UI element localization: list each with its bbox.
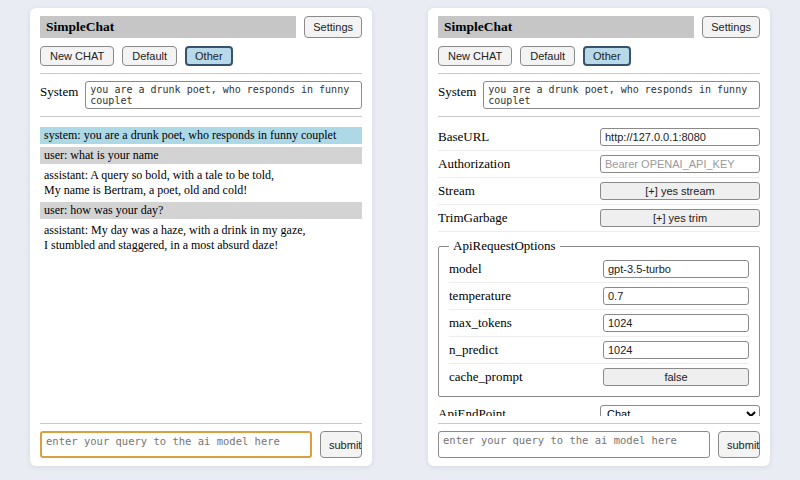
stream-label: Stream: [438, 183, 600, 199]
system-prompt-row: System you are a drunk poet, who respond…: [438, 81, 760, 109]
chat-message-user: user: what is your name: [40, 147, 362, 164]
session-button-other[interactable]: Other: [583, 46, 631, 66]
session-button-default[interactable]: Default: [122, 46, 177, 66]
submit-button[interactable]: submit: [320, 431, 362, 458]
new-chat-button[interactable]: New CHAT: [40, 46, 114, 66]
api-request-options-legend: ApiRequestOptions: [449, 238, 560, 254]
stream-toggle-button[interactable]: [+] yes stream: [600, 182, 760, 200]
chat-message-user: user: how was your day?: [40, 202, 362, 219]
system-prompt-row: System you are a drunk poet, who respond…: [40, 81, 362, 109]
setting-row-cache-prompt: cache_prompt false: [449, 364, 749, 390]
settings-list: BaseURL Authorization Stream [+] yes str…: [438, 124, 760, 416]
cache-prompt-toggle-button[interactable]: false: [603, 368, 749, 386]
session-bar: New CHAT Default Other: [438, 46, 760, 66]
query-row: submit: [40, 431, 362, 458]
n-predict-label: n_predict: [449, 342, 603, 358]
authorization-input[interactable]: [600, 155, 760, 173]
setting-row-authorization: Authorization: [438, 151, 760, 178]
max-tokens-label: max_tokens: [449, 315, 603, 331]
n-predict-input[interactable]: [603, 341, 749, 359]
session-button-default[interactable]: Default: [520, 46, 575, 66]
trimgarbage-toggle-button[interactable]: [+] yes trim: [600, 209, 760, 227]
submit-button[interactable]: submit: [718, 431, 760, 458]
divider: [40, 116, 362, 117]
chat-message-list: system: you are a drunk poet, who respon…: [40, 124, 362, 416]
baseurl-input[interactable]: [600, 128, 760, 146]
chat-panel: SimpleChat Settings New CHAT Default Oth…: [30, 8, 372, 466]
session-bar: New CHAT Default Other: [40, 46, 362, 66]
divider: [438, 73, 760, 74]
api-endpoint-label: ApiEndPoint: [438, 406, 600, 416]
new-chat-button[interactable]: New CHAT: [438, 46, 512, 66]
session-button-other[interactable]: Other: [185, 46, 233, 66]
authorization-label: Authorization: [438, 156, 600, 172]
temperature-label: temperature: [449, 288, 603, 304]
settings-button[interactable]: Settings: [304, 16, 362, 38]
setting-row-model: model: [449, 256, 749, 283]
setting-row-trimgarbage: TrimGarbage [+] yes trim: [438, 205, 760, 232]
system-prompt-input[interactable]: you are a drunk poet, who responds in fu…: [85, 81, 362, 109]
divider: [40, 73, 362, 74]
model-label: model: [449, 261, 603, 277]
api-request-options-fieldset: ApiRequestOptions model temperature max_…: [438, 238, 760, 397]
divider: [438, 116, 760, 117]
system-label: System: [438, 81, 476, 100]
divider: [40, 423, 362, 424]
setting-row-baseurl: BaseURL: [438, 124, 760, 151]
setting-row-temperature: temperature: [449, 283, 749, 310]
query-input[interactable]: [438, 431, 710, 458]
setting-row-max-tokens: max_tokens: [449, 310, 749, 337]
settings-button[interactable]: Settings: [702, 16, 760, 38]
model-input[interactable]: [603, 260, 749, 278]
max-tokens-input[interactable]: [603, 314, 749, 332]
app-title: SimpleChat: [40, 16, 296, 38]
system-prompt-input[interactable]: you are a drunk poet, who responds in fu…: [483, 81, 760, 109]
setting-row-api-endpoint: ApiEndPoint Chat: [438, 401, 760, 416]
app-title: SimpleChat: [438, 16, 694, 38]
setting-row-n-predict: n_predict: [449, 337, 749, 364]
temperature-input[interactable]: [603, 287, 749, 305]
titlebar: SimpleChat Settings: [438, 16, 760, 38]
baseurl-label: BaseURL: [438, 129, 600, 145]
system-label: System: [40, 81, 78, 100]
cache-prompt-label: cache_prompt: [449, 369, 603, 385]
query-row: submit: [438, 431, 760, 458]
setting-row-stream: Stream [+] yes stream: [438, 178, 760, 205]
titlebar: SimpleChat Settings: [40, 16, 362, 38]
api-endpoint-select[interactable]: Chat: [600, 405, 760, 416]
trimgarbage-label: TrimGarbage: [438, 210, 600, 226]
chat-message-assistant: assistant: My day was a haze, with a dri…: [40, 222, 362, 254]
settings-panel: SimpleChat Settings New CHAT Default Oth…: [428, 8, 770, 466]
chat-message-system: system: you are a drunk poet, who respon…: [40, 127, 362, 144]
query-input[interactable]: [40, 431, 312, 458]
divider: [438, 423, 760, 424]
chat-message-assistant: assistant: A query so bold, with a tale …: [40, 167, 362, 199]
